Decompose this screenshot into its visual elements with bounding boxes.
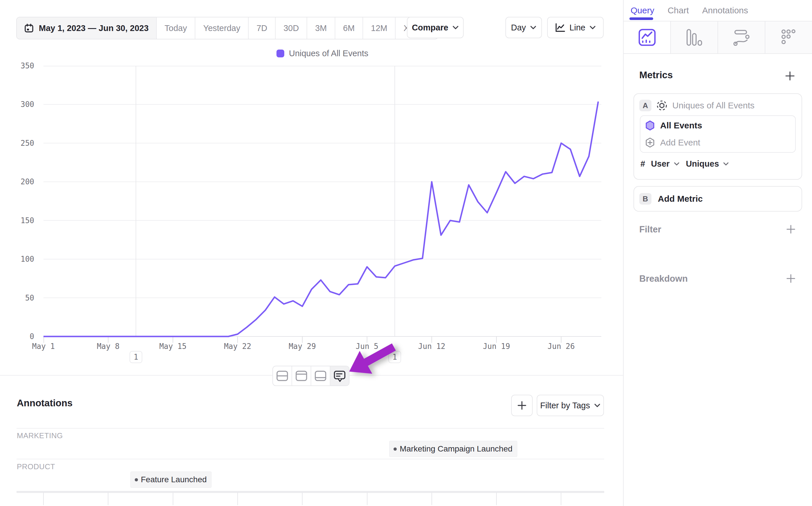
chart-legend: Uniques of All Events [43, 49, 601, 58]
chart-layout-toolbar [272, 366, 350, 386]
annotations-comments-button[interactable] [330, 366, 349, 386]
x-tick-label: May 29 [280, 342, 324, 351]
metric-header-row[interactable]: A Uniques of All Events [634, 94, 802, 115]
granularity-button[interactable]: Day [506, 17, 542, 38]
chart-type-button[interactable]: Line [547, 17, 604, 38]
add-event-row[interactable]: Add Event [640, 135, 795, 152]
x-tick-label: Jun 5 [345, 342, 389, 351]
add-event-label: Add Event [660, 138, 700, 148]
line-chart-icon [638, 28, 656, 47]
tab-chart[interactable]: Chart [668, 5, 689, 15]
preset-30d[interactable]: 30D [275, 17, 306, 39]
x-tick-label: Jun 12 [410, 342, 454, 351]
chevron-down-icon [452, 25, 459, 29]
chart-type-label: Line [569, 23, 585, 32]
x-tick-label: May 8 [86, 342, 130, 351]
add-filter-button[interactable] [786, 224, 796, 234]
panel-header-top-icon [295, 370, 307, 382]
x-tick-label: Jun 19 [475, 342, 518, 351]
plus-icon [786, 224, 796, 234]
add-event-icon [645, 137, 655, 148]
filter-label: Filter [639, 224, 661, 235]
chart-canvas [43, 66, 601, 350]
compare-label: Compare [412, 23, 448, 32]
annotation-marker-badge[interactable]: 1 [129, 351, 142, 363]
layout-split-middle-button[interactable] [273, 366, 291, 386]
annotation-chip-label: Feature Launched [141, 475, 207, 484]
preset-today[interactable]: Today [156, 17, 195, 39]
chevron-down-icon [723, 162, 729, 166]
y-tick-label: 350 [10, 62, 34, 70]
preset-yesterday[interactable]: Yesterday [195, 17, 248, 39]
tab-annotations[interactable]: Annotations [702, 5, 748, 15]
lane-category-label: PRODUCT [17, 462, 55, 471]
annotation-dot [393, 447, 397, 451]
compare-button[interactable]: Compare [407, 17, 464, 38]
chevron-down-icon [590, 25, 596, 29]
y-tick-label: 0 [10, 332, 34, 341]
x-tick-label: May 22 [216, 342, 259, 351]
tab-query[interactable]: Query [631, 5, 654, 15]
visualization-type-row [624, 21, 812, 54]
date-range-button[interactable]: May 1, 2023 — Jun 30, 2023 [17, 17, 156, 39]
add-annotation-button[interactable] [511, 395, 533, 416]
calendar-icon [24, 23, 33, 33]
metric-settings-icon[interactable] [656, 100, 668, 111]
preset-7d[interactable]: 7D [248, 17, 275, 39]
ruler-tick [496, 492, 497, 505]
preset-3m[interactable]: 3M [306, 17, 335, 39]
annotation-chip[interactable]: Marketing Campaign Launched [389, 441, 517, 457]
query-sidebar: Query Chart Annotations [623, 0, 812, 506]
lane-category-label: MARKETING [17, 431, 63, 440]
plus-icon [517, 401, 527, 410]
x-tick-label: May 1 [22, 342, 65, 351]
viz-table-button[interactable] [765, 21, 812, 53]
filter-by-tags-label: Filter by Tags [540, 401, 590, 410]
line-chart-plot [43, 66, 601, 350]
measure-prefix: # [640, 159, 645, 169]
panel-split-middle-icon [276, 370, 288, 382]
viz-line-chart-button[interactable] [624, 21, 670, 53]
x-tick-label: May 15 [151, 342, 195, 351]
all-events-row[interactable]: All Events [640, 116, 795, 135]
y-tick-label: 100 [10, 255, 34, 263]
preset-6m[interactable]: 6M [335, 17, 363, 39]
measure-row: # User Uniques [634, 153, 802, 176]
ruler-tick [43, 492, 44, 505]
annotation-dot [135, 478, 138, 481]
y-tick-label: 250 [10, 139, 34, 148]
annotations-panel-title: Annotations [17, 398, 73, 409]
add-metric-card[interactable]: B Add Metric [633, 186, 802, 212]
all-events-label: All Events [660, 120, 702, 131]
ruler-tick [367, 492, 367, 505]
add-breakdown-button[interactable] [786, 273, 796, 283]
annotation-marker-badge[interactable]: 1 [388, 351, 401, 363]
granularity-label: Day [511, 23, 526, 32]
viz-flow-button[interactable] [718, 21, 765, 53]
layout-footer-bottom-button[interactable] [311, 366, 330, 386]
event-selector-card: All Events Add Event [640, 115, 796, 153]
metrics-title: Metrics [639, 70, 673, 81]
legend-swatch [276, 50, 284, 57]
active-tab-underline [629, 17, 653, 20]
y-tick-label: 300 [10, 100, 34, 109]
layout-header-top-button[interactable] [291, 366, 311, 386]
annotation-chip[interactable]: Feature Launched [130, 472, 211, 488]
breakdown-label: Breakdown [639, 273, 688, 284]
measure-type-dropdown[interactable]: Uniques [686, 159, 719, 169]
add-metric-plus-button[interactable] [785, 71, 795, 81]
viz-bar-chart-button[interactable] [670, 21, 718, 53]
metric-card-a[interactable]: A Uniques of All Events All Events [633, 93, 802, 180]
date-range-label: May 1, 2023 — Jun 30, 2023 [39, 23, 149, 33]
lane-divider [16, 428, 604, 429]
measure-entity-dropdown[interactable]: User [651, 159, 670, 169]
line-chart-icon [555, 23, 565, 32]
ruler-tick [237, 492, 238, 505]
ruler-tick [108, 492, 108, 505]
filter-section: Filter [624, 222, 812, 239]
metric-badge-a: A [639, 100, 651, 111]
preset-12m[interactable]: 12M [363, 17, 395, 39]
chevron-down-icon [530, 25, 536, 29]
filter-by-tags-button[interactable]: Filter by Tags [537, 395, 604, 416]
chevron-down-icon [594, 403, 601, 408]
